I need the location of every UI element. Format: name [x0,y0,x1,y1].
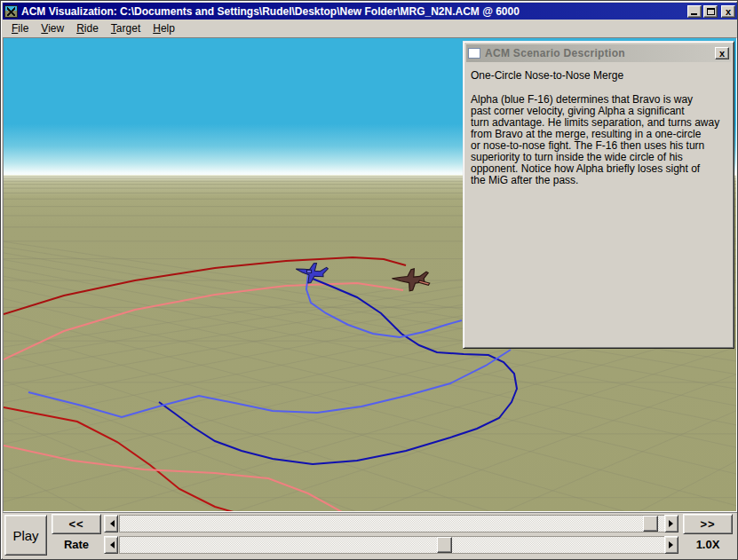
dialog-title-bar[interactable]: ACM Scenario Description x [466,44,731,62]
dialog-close-icon: x [716,47,728,59]
time-scroll-right-button[interactable] [664,515,678,532]
rate-scroll-right-button[interactable] [664,536,678,554]
time-scrollbar-thumb[interactable] [643,516,658,532]
time-scroll-left-button[interactable] [104,515,118,532]
scenario-text: Alpha (blue F-16) determines that Bravo … [471,94,727,186]
rewind-button[interactable]: << [52,514,101,534]
minimize-icon [691,13,697,15]
arrow-left-icon [107,520,115,527]
rate-scrollbar-thumb[interactable] [437,537,452,553]
rate-scrollbar[interactable] [119,536,664,554]
play-button[interactable]: Play [4,515,47,556]
menu-view[interactable]: View [35,20,70,36]
scenario-heading: One-Circle Nose-to-Nose Merge [471,69,727,82]
window-title: ACM Visualization: C:\Documents and Sett… [21,5,684,18]
dialog-title: ACM Scenario Description [485,47,715,59]
arrow-right-icon [669,541,677,548]
3d-viewport[interactable]: ACM Scenario Description x One-Circle No… [3,37,737,512]
maximize-icon [707,8,715,15]
menu-target[interactable]: Target [105,20,147,36]
close-icon: x [722,5,734,18]
menu-ride[interactable]: Ride [70,20,105,36]
dialog-body: One-Circle Nose-to-Nose Merge Alpha (blu… [466,62,731,186]
caption-buttons: x [687,5,735,18]
rate-scroll-left-button[interactable] [104,536,118,554]
minimize-button[interactable] [687,5,702,18]
maximize-button[interactable] [703,5,718,18]
arrow-left-icon [107,541,115,548]
menu-file[interactable]: File [5,20,35,36]
dialog-close-button[interactable]: x [715,47,729,59]
menu-help[interactable]: Help [147,20,181,36]
rate-value: 1.0X [683,538,733,554]
close-button[interactable]: x [721,5,735,18]
arrow-right-icon [669,520,677,527]
scenario-description-dialog: ACM Scenario Description x One-Circle No… [463,41,734,349]
menu-bar: File View Ride Target Help [3,20,737,37]
fast-forward-button[interactable]: >> [683,514,733,534]
playback-controls: Play << Rate >> 1.0X [3,512,737,559]
dialog-system-icon[interactable] [468,48,480,59]
rate-label: Rate [52,538,101,554]
bravo-flight-trail-early [4,407,240,512]
app-window: ACM Visualization: C:\Documents and Sett… [0,0,738,560]
app-icon[interactable] [4,5,18,18]
title-bar[interactable]: ACM Visualization: C:\Documents and Sett… [3,3,737,20]
time-scrollbar[interactable] [119,515,664,532]
